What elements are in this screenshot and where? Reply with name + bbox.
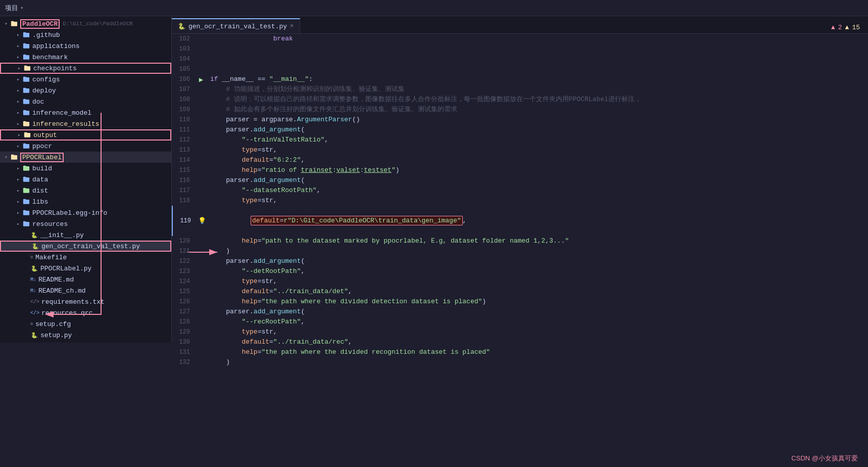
line-gutter (196, 347, 206, 357)
sidebar-item-benchmark[interactable]: ▸ benchmark (0, 52, 171, 63)
folder-icon (22, 164, 30, 172)
sidebar-item-paddleocr[interactable]: ▾ PaddleOCR D:\Git_code\PaddleOCR (0, 18, 171, 29)
line-number: 130 (172, 337, 196, 347)
line-gutter (196, 34, 206, 44)
sidebar-item-doc[interactable]: ▸ doc (0, 96, 171, 107)
code-line-130: 130 default="../train_data/rec", (172, 337, 868, 347)
sidebar-item-build[interactable]: ▸ build (0, 163, 171, 174)
sidebar-item-inference-model[interactable]: ▸ inference_model (0, 107, 171, 118)
line-number: 102 (172, 34, 196, 44)
line-content (206, 54, 868, 64)
code-line-127: 127 parser.add_argument( (172, 307, 868, 317)
line-number: 121 (172, 246, 196, 256)
sidebar-item-egg-info[interactable]: ▸ PPOCRLabel.egg-info (0, 207, 171, 218)
sidebar-item-label: configs (32, 76, 60, 83)
sidebar-item-resources-qrc[interactable]: ▸ </> resources.qrc (0, 307, 171, 318)
code-editor[interactable]: 102 break 103 104 105 (172, 34, 868, 467)
sidebar-item-github[interactable]: ▸ .github (0, 29, 171, 40)
code-line-103: 103 (172, 44, 868, 54)
sidebar-item-ppocr[interactable]: ▸ ppocr (0, 141, 171, 152)
line-content: help="the path where the divided detecti… (206, 297, 868, 307)
sidebar-item-label: build (32, 165, 52, 172)
line-content: parser.add_argument( (206, 125, 868, 135)
editor-tab[interactable]: 🐍 gen_ocr_train_val_test.py × (172, 18, 300, 33)
folder-icon (22, 220, 30, 228)
line-gutter (196, 175, 206, 185)
line-content: type=str, (206, 276, 868, 287)
sidebar-item-setup-py[interactable]: ▸ 🐍 setup.py (0, 330, 171, 341)
line-content: ) (206, 246, 868, 256)
line-gutter (196, 145, 206, 155)
line-content: parser.add_argument( (206, 307, 868, 317)
sidebar-item-output[interactable]: ▸ output (0, 129, 171, 141)
project-label: 项目 (5, 4, 18, 13)
line-number: 120 (172, 236, 196, 246)
code-line-132: 132 ) (172, 357, 868, 367)
sidebar-item-readme-ch[interactable]: ▸ M↓ README_ch.md (0, 285, 171, 296)
sidebar-item-applications[interactable]: ▸ applications (0, 40, 171, 52)
project-menu[interactable]: 项目 ▾ (5, 4, 24, 13)
sidebar-item-label: __init__.py (40, 231, 84, 239)
sidebar-item-init-py[interactable]: ▸ 🐍 __init__.py (0, 229, 171, 241)
line-number: 124 (172, 276, 196, 287)
sidebar-item-ppocrlabel[interactable]: ▾ PPOCRLabel (0, 152, 171, 163)
line-number: 116 (172, 175, 196, 185)
sidebar-item-label: deploy (32, 87, 56, 95)
line-content: help="ratio of trainset:valset:testset") (206, 165, 868, 175)
code-line-112: 112 "--trainValTestRatio", (172, 135, 868, 145)
code-line-128: 128 "--recRootPath", (172, 317, 868, 327)
root-folder-label: PaddleOCR (20, 19, 60, 29)
sidebar-item-checkpoints[interactable]: ▸ checkpoints (0, 63, 171, 74)
sidebar-item-inference-results[interactable]: ▸ inference_results (0, 118, 171, 129)
collapse-arrow-icon: ▸ (14, 121, 22, 127)
line-number: 125 (172, 287, 196, 297)
line-number: 115 (172, 165, 196, 175)
line-number: 107 (172, 84, 196, 95)
sidebar-item-label: PPOCRLabel.egg-info (32, 209, 107, 217)
sidebar-item-dist[interactable]: ▸ dist (0, 185, 171, 196)
line-number: 104 (172, 54, 196, 64)
sidebar-item-resources[interactable]: ▸ resources (0, 218, 171, 229)
sidebar-item-data[interactable]: ▸ data (0, 174, 171, 185)
line-number: 106 (172, 74, 196, 84)
sidebar-item-libs[interactable]: ▸ libs (0, 196, 171, 207)
line-number: 110 (172, 115, 196, 125)
line-gutter (196, 135, 206, 145)
sidebar-item-label: dist (32, 187, 48, 195)
code-line-124: 124 type=str, (172, 276, 868, 287)
sidebar-item-makefile[interactable]: ▸ ≡ Makefile (0, 252, 171, 263)
sidebar-item-setup-cfg[interactable]: ▸ ≡ setup.cfg (0, 318, 171, 330)
line-number: 108 (172, 95, 196, 105)
folder-icon (22, 31, 30, 39)
sidebar-item-ppocrlabel-py[interactable]: ▸ 🐍 PPOCRLabel.py (0, 263, 171, 274)
code-line-118: 118 type=str, (172, 196, 868, 206)
line-gutter (196, 307, 206, 317)
line-gutter (196, 246, 206, 256)
line-number: 127 (172, 307, 196, 317)
sidebar-item-requirements[interactable]: ▸ </> requirements.txt (0, 296, 171, 307)
line-content (206, 64, 868, 74)
line-number: 117 (172, 185, 196, 196)
line-gutter (196, 276, 206, 287)
sidebar-item-label: README.md (38, 276, 74, 284)
line-content: # 说明：可以根据自己的路径和需求调整参数，图像数据往在多人合作分批标注，每一批… (206, 95, 868, 105)
sidebar-item-configs[interactable]: ▸ configs (0, 74, 171, 85)
watermark: CSDN @小女孩真可爱 (791, 454, 858, 463)
line-content: # 功能描述，分别划分检测和识别的训练集、验证集、测试集 (206, 84, 868, 95)
sidebar-item-readme[interactable]: ▸ M↓ README.md (0, 274, 171, 285)
collapse-arrow-icon: ▸ (15, 132, 23, 138)
line-number: 132 (172, 357, 196, 367)
line-gutter (196, 236, 206, 246)
line-gutter (196, 95, 206, 105)
tab-close-button[interactable]: × (290, 23, 294, 30)
sidebar: ▾ PaddleOCR D:\Git_code\PaddleOCR ▸ .git… (0, 16, 172, 343)
sidebar-item-deploy[interactable]: ▸ deploy (0, 85, 171, 96)
line-number: 118 (172, 196, 196, 206)
run-arrow-icon[interactable]: ▶ (199, 75, 203, 84)
code-line-122: 122 parser.add_argument( (172, 256, 868, 266)
cfg-icon: ≡ (30, 321, 33, 327)
sidebar-item-gen-ocr[interactable]: ▸ 🐍 gen_ocr_train_val_test.py (0, 241, 171, 252)
code-line-117: 117 "--datasetRootPath", (172, 185, 868, 196)
line-number: 119 (173, 206, 197, 236)
lightbulb-icon[interactable]: 💡 (198, 217, 206, 225)
